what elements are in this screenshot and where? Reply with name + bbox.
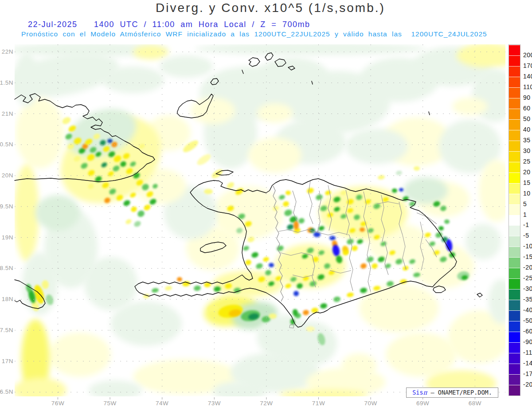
colorbar-segment bbox=[509, 183, 520, 194]
lat-label: 9.5N bbox=[0, 203, 13, 210]
colorbar-segment bbox=[509, 257, 520, 268]
colorbar-label: -20 bbox=[523, 264, 532, 271]
field-cell bbox=[42, 280, 49, 289]
colorbar-segment bbox=[509, 98, 520, 109]
field-wash bbox=[452, 98, 488, 115]
colorbar-label: 40 bbox=[523, 126, 531, 133]
field-wash bbox=[346, 129, 408, 164]
colorbar-label: -90 bbox=[523, 338, 532, 345]
colorbar-segment bbox=[509, 225, 520, 236]
field-cell bbox=[306, 326, 315, 332]
field-cell bbox=[297, 217, 305, 224]
colorbar-label: 35 bbox=[523, 137, 531, 144]
field-cell bbox=[269, 263, 274, 267]
field-cell bbox=[366, 256, 374, 263]
field-cell bbox=[107, 139, 113, 143]
colorbar-segment bbox=[509, 66, 520, 77]
colorbar-label: -25 bbox=[523, 274, 532, 282]
colorbar-label: -50 bbox=[523, 317, 532, 324]
field-cell bbox=[395, 170, 403, 176]
field-cell bbox=[399, 188, 403, 192]
field-wash bbox=[248, 137, 301, 173]
field-cell bbox=[320, 303, 328, 309]
weather-map-page: Diverg. y Conv. x10^5 (1/s,somb.) 22-Jul… bbox=[0, 0, 532, 411]
field-cell bbox=[177, 277, 182, 282]
lon-label: 70W bbox=[357, 400, 384, 407]
lon-label: 72W bbox=[253, 400, 280, 407]
colorbar-label: 110 bbox=[523, 83, 532, 90]
colorbar-label: 1 bbox=[523, 211, 527, 218]
lat-label: 8.5N bbox=[0, 265, 13, 272]
lon-label: 74W bbox=[149, 400, 176, 407]
colorbar-label: -140 bbox=[523, 360, 532, 367]
colorbar-segment bbox=[509, 119, 520, 130]
field-cell bbox=[243, 245, 250, 251]
colorbar-segment bbox=[509, 321, 520, 332]
colorbar-segment bbox=[509, 109, 520, 119]
field-cell bbox=[122, 199, 131, 207]
sispi-brand: Sis bbox=[412, 389, 423, 396]
colorbar-segment bbox=[509, 45, 520, 55]
field-cell bbox=[283, 208, 293, 217]
field-wash bbox=[257, 103, 293, 123]
lon-label: 73W bbox=[201, 400, 227, 407]
attribution-box: Sisπ – ONAMET/REP.DOM. bbox=[406, 388, 498, 398]
field-cell bbox=[302, 309, 309, 316]
field-wash bbox=[84, 257, 137, 310]
field-wash bbox=[341, 353, 377, 378]
colorbar-segment bbox=[509, 77, 520, 87]
field-wash bbox=[466, 224, 501, 259]
colorbar-segment bbox=[509, 342, 520, 353]
colorbar-segment bbox=[509, 268, 520, 278]
field-cell bbox=[255, 262, 263, 270]
field-cell bbox=[269, 313, 277, 319]
colorbar-segment bbox=[509, 353, 520, 364]
field-wash bbox=[89, 380, 142, 400]
field-cell bbox=[346, 292, 354, 298]
field-wash bbox=[386, 333, 457, 377]
colorbar-label: 200 bbox=[523, 51, 532, 59]
colorbar-segment bbox=[509, 130, 520, 141]
field-cell bbox=[286, 191, 291, 195]
colorbar-label: 50 bbox=[523, 115, 531, 122]
lat-label: 18N bbox=[0, 296, 13, 303]
field-cell bbox=[151, 288, 159, 294]
colorbar-segment bbox=[509, 300, 520, 310]
colorbar-label: -5 bbox=[523, 232, 529, 239]
colorbar-label: -60 bbox=[523, 328, 532, 335]
field-cell bbox=[143, 204, 152, 211]
colorbar-label: 90 bbox=[523, 94, 531, 101]
colorbar-label: -35 bbox=[523, 296, 532, 303]
field-cell bbox=[360, 262, 367, 270]
field-wash bbox=[102, 67, 164, 93]
lat-label: 21N bbox=[0, 110, 13, 117]
colorbar-label: 20 bbox=[523, 168, 531, 176]
small-cay-3 bbox=[429, 112, 430, 115]
field-cell bbox=[282, 200, 289, 207]
field-cell bbox=[360, 227, 365, 232]
field-cell bbox=[329, 236, 336, 240]
field-cell bbox=[278, 194, 286, 200]
colorbar-segment bbox=[509, 162, 520, 172]
colorbar bbox=[509, 44, 520, 396]
lat-label: 0.5N bbox=[0, 141, 13, 148]
field-cell bbox=[182, 281, 191, 287]
colorbar-segment bbox=[509, 364, 520, 374]
colorbar-segment bbox=[509, 332, 520, 342]
field-cell bbox=[306, 187, 314, 195]
colorbar-segment bbox=[509, 247, 520, 257]
field-wash bbox=[195, 43, 426, 55]
colorbar-label: -110 bbox=[523, 349, 532, 356]
field-wash bbox=[213, 381, 266, 401]
field-cell bbox=[250, 251, 259, 259]
lon-label: 68W bbox=[462, 400, 488, 407]
lat-label: 22N bbox=[0, 48, 13, 55]
colorbar-segment bbox=[509, 172, 520, 183]
field-cell bbox=[164, 286, 172, 291]
colorbar-label: 10 bbox=[523, 190, 531, 197]
lat-label: 19N bbox=[0, 234, 13, 241]
field-cell bbox=[293, 221, 299, 230]
colorbar-label: -15 bbox=[523, 253, 532, 260]
lat-label: 1.5N bbox=[0, 79, 13, 86]
colorbar-label: 170 bbox=[523, 62, 532, 69]
